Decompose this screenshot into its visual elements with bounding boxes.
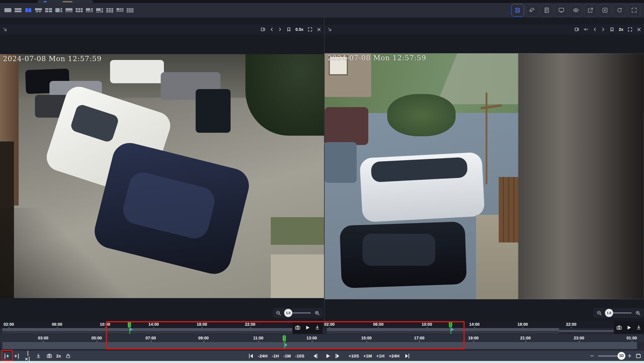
pane2-speed-label[interactable]: 2x [619,27,623,32]
layout-6-button[interactable] [75,8,83,13]
zoom-slider-knob[interactable]: 1.0 [284,309,292,317]
close-pane-icon[interactable] [637,27,641,32]
save-button[interactable] [511,4,524,17]
pane-fullscreen-icon[interactable] [628,27,632,32]
play-icon[interactable] [627,325,631,330]
hour-label: 03:00 [38,336,48,340]
zoom-out-icon[interactable] [597,311,602,316]
scene-car-white-top [110,60,164,83]
clear-marks-button[interactable]: |×| [24,352,31,360]
jump-back-24h-button[interactable]: -24H [258,353,268,358]
snapshot-icon[interactable] [295,325,300,330]
jump-forward-10s-button[interactable]: +10S [348,353,359,358]
layout-16-button[interactable] [126,8,134,13]
jump-forward-24h-button[interactable]: +24H [389,353,399,358]
layout-1-plus-7-button[interactable] [96,8,103,13]
audio-muted-icon[interactable] [583,27,588,32]
camera1-video[interactable]: 2024-07-08 Mon 12:57:59 [0,54,324,298]
bottom-scroll-strip[interactable] [0,361,644,363]
camera1-playhead[interactable] [128,321,131,328]
sync-lock-button[interactable] [64,352,72,360]
skip-to-start-button[interactable] [248,353,254,359]
resize-handle-icon[interactable] [327,27,332,32]
records-button[interactable] [540,4,553,17]
play-icon[interactable] [305,325,310,330]
layout-1-plus-2-button[interactable] [35,8,42,13]
jump-back-1h-button[interactable]: -1H [272,353,279,358]
previous-record-icon[interactable] [593,27,597,32]
display-button[interactable] [555,4,568,17]
jump-back-10s-button[interactable]: -10S [295,353,305,358]
download-clip-button[interactable] [35,352,42,360]
play-button[interactable] [325,353,330,359]
zoom-slider-knob[interactable]: 1.0 [605,309,613,317]
jump-forward-1m-button[interactable]: +1M [363,353,372,358]
refresh-icon [616,7,623,13]
bookmark-icon[interactable] [610,27,614,32]
camera2-video[interactable]: 2024-07-08 Mon 12:57:59 [325,53,644,299]
minimize-button[interactable] [599,4,611,17]
preview-button[interactable] [569,4,582,17]
camera1-timeline[interactable]: 02:00 06:00 10:00 14:00 18:00 22:00 [0,321,324,334]
zoom-in-icon[interactable] [636,311,641,316]
previous-record-icon[interactable] [270,27,274,32]
range-slider-knob[interactable]: 1D [618,352,625,360]
range-zoom-out-button[interactable] [590,354,594,358]
close-pane-icon[interactable] [317,27,321,32]
camera2-timeline[interactable]: 02:00 06:00 10:00 14:00 18:00 22:00 [325,321,644,334]
download-icon[interactable] [636,325,641,330]
combined-timeline[interactable]: 03:00 05:00 07:00 09:00 11:00 13:00 15:0… [0,334,644,351]
layout-4-button[interactable] [45,8,52,13]
playback-control-bar: |+ +| |×| 2x -24H -1H -1M -10S +10S +1M … [0,351,644,361]
layout-9-button[interactable] [106,8,114,13]
layout-1-plus-11-button[interactable] [116,8,124,13]
combined-recording-track[interactable] [2,342,637,349]
hour-label: 09:00 [198,336,209,340]
range-slider-track[interactable]: 1D [598,355,621,357]
hour-label: 22:00 [245,322,255,327]
next-record-icon[interactable] [278,27,282,32]
layout-1-plus-5-button[interactable] [86,8,93,13]
recording-segment [2,328,292,334]
tab-title-smudge [63,1,72,2]
zoom-slider-track[interactable]: 1.0 [285,312,311,314]
pane2-toolbar: 2x [325,24,644,34]
calendar-button[interactable] [636,353,641,359]
layout-1-plus-3-button[interactable] [55,8,63,13]
zoom-slider-track[interactable]: 1.0 [606,312,632,314]
clear-button[interactable] [526,4,539,17]
step-back-button[interactable] [312,353,318,359]
side-panel-icon[interactable] [261,27,265,32]
camera1-recording-track[interactable] [0,328,324,334]
fullscreen-button[interactable] [628,4,641,17]
snapshot-icon[interactable] [616,325,622,330]
playback-speed-button[interactable]: 2x [56,353,61,358]
mark-in-button[interactable]: |+ [2,352,10,360]
jump-forward-1h-button[interactable]: +1H [376,353,385,358]
main-toolbar [0,3,644,18]
mark-out-button[interactable]: +| [13,352,21,360]
jump-back-1m-button[interactable]: -1M [283,353,291,358]
range-zoom-in-button[interactable] [627,354,632,358]
snapshot-button[interactable] [45,352,53,360]
bookmark-icon[interactable] [286,27,291,32]
pane1-speed-label[interactable]: 0.5x [296,27,303,32]
layout-1-plus-4-button[interactable] [65,8,73,13]
side-panel-icon[interactable] [574,27,579,32]
zoom-in-icon[interactable] [315,311,320,316]
pane-fullscreen-icon[interactable] [308,27,312,32]
next-record-icon[interactable] [601,27,605,32]
combined-playhead[interactable] [283,335,286,341]
layout-1-button[interactable] [4,8,12,13]
layout-2-vertical-button-selected[interactable] [24,8,32,13]
layout-2-horizontal-button[interactable] [14,8,22,13]
refresh-button[interactable] [613,4,626,17]
zoom-out-icon[interactable] [276,311,281,316]
camera2-playhead[interactable] [449,321,452,328]
step-forward-button[interactable] [335,353,341,359]
camera2-recording-track[interactable] [325,328,644,334]
resize-handle-icon[interactable] [2,27,8,32]
download-icon[interactable] [315,325,320,330]
skip-to-end-button[interactable] [404,353,410,359]
share-button[interactable] [584,4,597,17]
